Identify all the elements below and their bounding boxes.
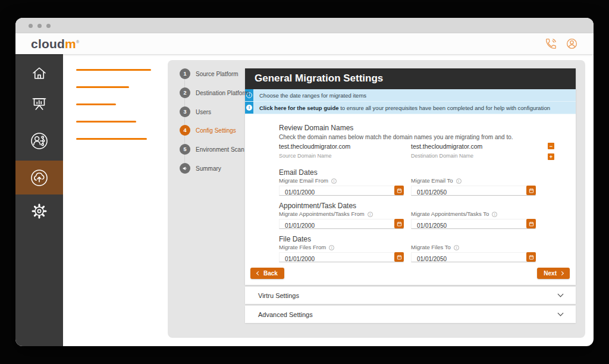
source-domain-value: test.thecloudmigrator.com	[279, 143, 404, 150]
migrate-email-to-input[interactable]	[412, 188, 523, 197]
skeleton-line	[76, 86, 129, 88]
sidebar-item-reports[interactable]	[15, 87, 63, 121]
info-tooltip-icon[interactable]: i	[454, 245, 459, 250]
logo-text-m: m	[65, 37, 76, 51]
window-control-dot[interactable]	[37, 24, 42, 28]
field-label: Migrate Email To	[411, 178, 453, 184]
accordion-label: Advanced Settings	[258, 311, 313, 318]
field-label: Migrate Appointments/Tasks From	[279, 211, 365, 217]
reports-icon	[30, 95, 48, 113]
info-tooltip-icon[interactable]: i	[492, 212, 497, 217]
megaphone-icon	[180, 163, 190, 174]
calendar-icon[interactable]	[526, 252, 536, 262]
info-icon: i	[245, 102, 253, 114]
info-tooltip-icon[interactable]: i	[329, 245, 334, 250]
migration-workspace: 1 Source Platform 2 Destination Platform…	[168, 60, 585, 338]
step-circle: 1	[180, 68, 190, 79]
migrate-appointments-to-input[interactable]	[412, 221, 523, 230]
review-domain-names-section: Review Domain Names Check the domain nam…	[279, 124, 554, 159]
step-label: Config Settings	[196, 127, 236, 134]
page-title: General Migration Settings	[245, 68, 576, 89]
app-window: cloudm®	[15, 18, 594, 346]
field-label: Migrate Appointments/Tasks To	[411, 211, 489, 217]
add-domain-button[interactable]: +	[548, 153, 554, 160]
step-label: Environment Scan	[196, 146, 244, 153]
chevron-down-icon	[558, 291, 564, 297]
calendar-icon[interactable]	[526, 219, 536, 228]
logo-text-cloud: cloud	[31, 37, 65, 51]
back-button[interactable]: Back	[250, 268, 284, 279]
wizard-stepper: 1 Source Platform 2 Destination Platform…	[168, 60, 245, 338]
banner-text: Choose the date ranges for migrated item…	[259, 92, 366, 99]
appointment-task-dates-section: Appointment/Task Dates Migrate Appointme…	[279, 202, 554, 229]
skeleton-panel	[63, 54, 168, 346]
chevron-left-icon	[256, 271, 260, 275]
skeleton-line	[76, 138, 147, 140]
sidebar-item-migrate[interactable]	[15, 161, 63, 194]
sidebar-item-settings[interactable]	[15, 194, 63, 228]
account-icon[interactable]	[566, 37, 578, 50]
skeleton-line	[76, 69, 151, 71]
destination-domain-value: test.thecloudmigrator.com	[411, 143, 536, 150]
step-users[interactable]: 3 Users	[180, 106, 211, 117]
remove-domain-button[interactable]: −	[548, 143, 554, 149]
users-icon	[29, 131, 49, 151]
section-subtext: Check the domain names below match the d…	[279, 134, 554, 141]
step-summary[interactable]: Summary	[180, 163, 221, 174]
section-heading: File Dates	[279, 235, 554, 243]
step-environment-scan[interactable]: 5 Environment Scan	[180, 144, 244, 155]
virtru-settings-accordion[interactable]: Virtru Settings	[245, 287, 576, 304]
field-label: Migrate Files From	[279, 244, 326, 250]
window-titlebar	[15, 18, 594, 33]
left-nav-sidebar	[15, 54, 63, 346]
step-circle: 2	[180, 87, 190, 98]
source-domain-label: Source Domain Name	[279, 153, 404, 159]
accordion-label: Virtru Settings	[258, 292, 299, 299]
sidebar-item-home[interactable]	[15, 57, 63, 90]
migrate-files-to-input[interactable]	[412, 255, 523, 263]
file-dates-section: File Dates Migrate Files Fromi	[279, 235, 554, 262]
section-heading: Appointment/Task Dates	[279, 202, 554, 210]
general-migration-settings-card: General Migration Settings i Choose the …	[245, 68, 576, 285]
migrate-appointments-from-input[interactable]	[280, 221, 391, 230]
info-tooltip-icon[interactable]: i	[331, 178, 337, 184]
destination-domain-label: Destination Domain Name	[411, 153, 536, 159]
email-dates-section: Email Dates Migrate Email Fromi	[279, 168, 554, 196]
skeleton-line	[76, 103, 116, 105]
chevron-right-icon	[560, 271, 564, 275]
step-label: Summary	[196, 165, 221, 172]
chevron-down-icon	[558, 310, 564, 316]
calendar-icon[interactable]	[394, 252, 404, 262]
next-button[interactable]: Next	[537, 268, 570, 279]
info-tooltip-icon[interactable]: i	[368, 212, 373, 217]
calendar-icon[interactable]	[526, 186, 536, 195]
cloudm-logo: cloudm®	[31, 37, 79, 51]
advanced-settings-accordion[interactable]: Advanced Settings	[245, 306, 576, 323]
step-label: Destination Platform	[196, 90, 249, 96]
info-tooltip-icon[interactable]: i	[456, 178, 462, 184]
step-label: Source Platform	[196, 71, 238, 77]
migrate-files-from-input[interactable]	[280, 255, 391, 263]
window-control-dot[interactable]	[46, 24, 51, 28]
field-label: Migrate Email From	[279, 178, 328, 184]
step-circle: 3	[180, 106, 190, 117]
migrate-email-from-input[interactable]	[280, 188, 391, 197]
field-label: Migrate Files To	[411, 244, 451, 250]
sidebar-item-users[interactable]	[15, 124, 63, 158]
step-destination-platform[interactable]: 2 Destination Platform	[180, 87, 249, 98]
skeleton-line	[76, 121, 136, 123]
app-header: cloudm®	[15, 33, 594, 54]
calendar-icon[interactable]	[394, 219, 404, 228]
phone-icon[interactable]	[545, 37, 557, 50]
calendar-icon[interactable]	[394, 186, 404, 195]
settings-form: Review Domain Names Check the domain nam…	[245, 114, 576, 285]
step-circle: 5	[180, 144, 190, 155]
step-config-settings[interactable]: 4 Config Settings	[180, 125, 236, 136]
window-control-dot[interactable]	[29, 24, 33, 28]
setup-guide-link[interactable]: Click here for the setup guide	[259, 105, 339, 111]
info-banner-setup-guide: i Click here for the setup guide to ensu…	[245, 102, 576, 114]
section-heading: Email Dates	[279, 168, 554, 177]
section-heading: Review Domain Names	[279, 124, 554, 132]
home-icon	[30, 64, 48, 82]
step-source-platform[interactable]: 1 Source Platform	[180, 68, 238, 79]
